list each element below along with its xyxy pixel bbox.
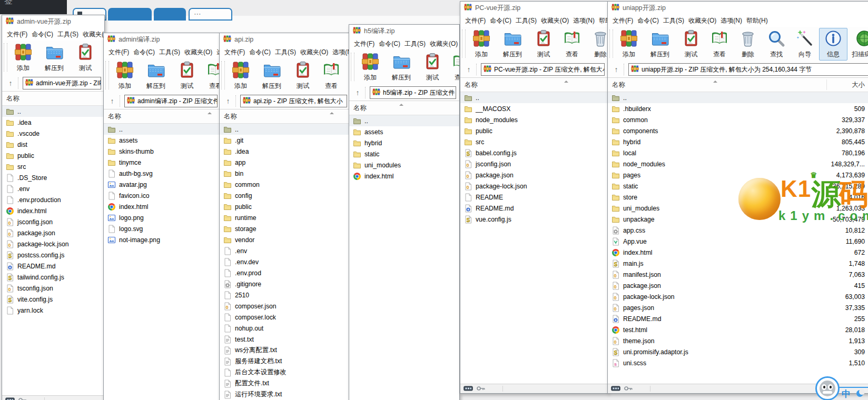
- wizard-button[interactable]: 向导: [791, 28, 819, 61]
- file-row[interactable]: .gitignore: [220, 278, 350, 289]
- file-row[interactable]: ..: [460, 92, 608, 103]
- menu-item-0[interactable]: 文件(F): [464, 15, 487, 26]
- file-row[interactable]: runtime: [220, 212, 350, 223]
- file-row[interactable]: 0package-lock.json63,003: [608, 291, 868, 302]
- file-row[interactable]: Svite.config.js: [2, 294, 104, 305]
- file-row[interactable]: Spostcss.config.js: [2, 249, 104, 261]
- column-header-name[interactable]: 名称: [104, 112, 121, 121]
- file-row[interactable]: 0composer.json: [220, 301, 350, 312]
- column-header-name[interactable]: 名称: [349, 104, 367, 113]
- file-row[interactable]: Suni.promisify.adaptor.js309: [608, 346, 868, 357]
- test-button[interactable]: 测试: [529, 28, 558, 61]
- menu-item-3[interactable]: 收藏夹(O): [687, 15, 717, 26]
- menu-item-2[interactable]: 工具(S): [515, 15, 538, 26]
- file-row[interactable]: components2,390,878: [608, 125, 868, 136]
- file-row[interactable]: store4,016: [608, 192, 868, 203]
- menu-item-1[interactable]: 命令(C): [489, 15, 512, 26]
- add-button[interactable]: 添加: [111, 59, 139, 92]
- find-button[interactable]: 查找: [762, 28, 791, 61]
- file-row[interactable]: 2510: [220, 289, 350, 301]
- file-row[interactable]: hybrid: [349, 137, 459, 148]
- file-row[interactable]: tinymce: [104, 157, 221, 168]
- file-row[interactable]: test.html28,018: [608, 324, 868, 335]
- file-row[interactable]: composer.lock: [220, 312, 350, 323]
- view-button[interactable]: 查看: [447, 51, 460, 84]
- view-button[interactable]: 查看: [317, 59, 346, 92]
- file-row[interactable]: 服务搭建文档.txt: [220, 356, 350, 367]
- menu-item-3[interactable]: 收藏夹(O): [183, 47, 213, 58]
- window-titlebar[interactable]: uniapp开源.zip: [608, 2, 868, 14]
- info-button[interactable]: 信息: [819, 28, 847, 61]
- add-button[interactable]: 添加: [356, 51, 384, 84]
- file-row[interactable]: README: [460, 192, 608, 203]
- menu-item-4[interactable]: 选项(N): [331, 47, 351, 58]
- archive-path-combobox[interactable]: uniapp开源.zip - ZIP 压缩文件, 解包大小为 254,160,3…: [628, 63, 868, 76]
- file-row[interactable]: 0package.json415: [608, 280, 868, 291]
- menu-item-3[interactable]: 收藏夹(O): [299, 47, 329, 58]
- file-row[interactable]: .DS_Store: [2, 172, 104, 183]
- file-row[interactable]: uni_modules1,263,033: [608, 203, 868, 214]
- file-row[interactable]: node_modules148,329,7...: [608, 158, 868, 169]
- file-row[interactable]: .env.production: [2, 194, 104, 205]
- file-row[interactable]: 0theme.json1,913: [608, 335, 868, 346]
- test-button[interactable]: 测试: [173, 59, 201, 92]
- menu-item-4[interactable]: 选项(N): [572, 15, 596, 26]
- file-row[interactable]: unpackage50,703,479: [608, 214, 868, 225]
- file-row[interactable]: vendor: [220, 234, 350, 245]
- background-tab-4[interactable]: ⋯: [189, 8, 232, 21]
- file-row[interactable]: ..: [349, 115, 459, 126]
- up-one-level-button[interactable]: ↑: [4, 77, 17, 89]
- menu-item-1[interactable]: 命令(C): [31, 29, 54, 40]
- extract-button[interactable]: 解压到: [37, 42, 71, 74]
- background-tab-2[interactable]: [108, 8, 152, 21]
- file-row[interactable]: logo.png: [104, 212, 221, 223]
- background-tab-3[interactable]: [154, 8, 186, 21]
- archive-path-combobox[interactable]: admin编译.zip - ZIP 压缩文件: [124, 95, 218, 107]
- moon-icon[interactable]: [856, 390, 863, 397]
- menu-item-2[interactable]: 工具(S): [274, 47, 297, 58]
- file-row[interactable]: public: [220, 201, 350, 212]
- file-row[interactable]: uni_modules: [349, 159, 459, 171]
- view-button[interactable]: 查看: [705, 28, 734, 61]
- menu-item-0[interactable]: 文件(F): [6, 29, 28, 40]
- window-titlebar[interactable]: api.zip: [220, 33, 350, 46]
- menu-item-2[interactable]: 工具(S): [662, 15, 685, 26]
- file-row[interactable]: local780,196: [608, 147, 868, 158]
- file-row[interactable]: not-image.png: [104, 234, 221, 245]
- menu-item-0[interactable]: 文件(F): [611, 15, 634, 26]
- menu-item-2[interactable]: 工具(S): [403, 38, 427, 49]
- file-row[interactable]: index.html: [104, 201, 221, 212]
- up-one-level-button[interactable]: ↑: [462, 64, 475, 75]
- file-row[interactable]: 0package-lock.json: [460, 181, 608, 192]
- file-row[interactable]: src: [2, 161, 104, 172]
- file-row[interactable]: skins-thumb: [104, 146, 221, 157]
- file-row[interactable]: README.md: [2, 261, 104, 272]
- archive-path-combobox[interactable]: api.zip - ZIP 压缩文件, 解包大小: [240, 95, 347, 107]
- menu-item-5[interactable]: 帮助(H): [598, 15, 608, 26]
- archive-path-combobox[interactable]: h5编译.zip - ZIP 压缩文件: [370, 86, 456, 99]
- menu-item-3[interactable]: 收藏夹(O): [540, 15, 570, 26]
- file-row[interactable]: test.txt: [220, 334, 350, 345]
- add-button[interactable]: 添加: [615, 28, 643, 61]
- file-row[interactable]: 0tsconfig.json: [2, 283, 104, 294]
- file-row[interactable]: .idea: [2, 117, 104, 128]
- menu-item-4[interactable]: 选项(N): [719, 15, 743, 26]
- test-button[interactable]: 测试: [677, 28, 705, 61]
- test-button[interactable]: 测试: [418, 51, 447, 84]
- file-row[interactable]: yarn.lock: [2, 305, 104, 316]
- menu-item-0[interactable]: 文件(F): [107, 47, 130, 58]
- file-row[interactable]: ..: [220, 124, 350, 135]
- file-row[interactable]: index.html: [2, 205, 104, 216]
- file-row[interactable]: logo.svg: [104, 223, 221, 234]
- file-row[interactable]: Sbabel.config.js: [460, 147, 608, 158]
- file-row[interactable]: README.md: [460, 203, 608, 214]
- file-row[interactable]: storage: [220, 223, 350, 234]
- ime-language-mode[interactable]: 中: [842, 388, 851, 400]
- file-row[interactable]: static36,215,289: [608, 181, 868, 192]
- file-row[interactable]: dist: [2, 139, 104, 150]
- scan-button[interactable]: 扫描病毒: [847, 28, 868, 61]
- file-row[interactable]: public: [2, 150, 104, 161]
- column-header-name[interactable]: 名称: [220, 112, 237, 121]
- extract-button[interactable]: 解压到: [496, 28, 529, 61]
- ime-assistant-bubble[interactable]: [815, 376, 840, 400]
